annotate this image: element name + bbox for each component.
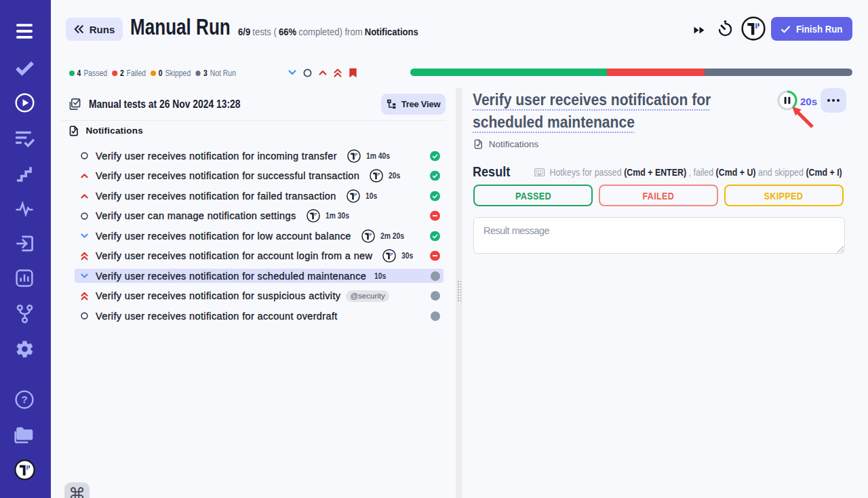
passed-button[interactable]: PASSED (473, 185, 593, 206)
svg-text:?: ? (21, 394, 27, 405)
fast-forward-icon[interactable] (694, 24, 705, 37)
test-row[interactable]: Verify user receives notification for su… (75, 286, 443, 307)
tree-view-button[interactable]: Tree View (381, 94, 446, 115)
priority-normal-icon (80, 212, 89, 220)
panel-resizer[interactable] (456, 88, 462, 498)
testomat-badge-icon (347, 149, 361, 163)
skipped-counter: 0Skipped (151, 68, 191, 78)
suite-title: Notifications (86, 126, 143, 136)
more-options-icon (832, 99, 835, 102)
projects-folder-icon[interactable] (0, 425, 49, 445)
skipped-dot (151, 71, 156, 76)
test-duration: 20s (389, 171, 400, 180)
test-title: Verify user receives notification for in… (96, 151, 337, 161)
failed-count: 2 (120, 68, 124, 78)
priority-normal-icon (80, 312, 89, 320)
testomat-logo[interactable] (0, 459, 49, 480)
plans-list-icon[interactable] (0, 130, 49, 149)
failed-button-label: FAILED (643, 190, 675, 202)
test-row[interactable]: Verify user receives notification for in… (75, 146, 443, 166)
priority-important-icon[interactable] (349, 68, 357, 77)
more-options-button[interactable] (821, 88, 846, 113)
progress-failed (607, 69, 705, 76)
test-row[interactable]: Verify user receives notification for sc… (75, 266, 443, 286)
priority-low-icon[interactable] (288, 68, 296, 77)
priority-low-icon (80, 233, 89, 239)
priority-highest-icon (80, 292, 89, 301)
hotkeys-cmd-button[interactable]: ⌘ (64, 482, 90, 498)
hotkeys-text: Hotkeys for passed (550, 167, 622, 178)
priority-normal-icon[interactable] (303, 68, 312, 77)
resizer-grip-icon (457, 280, 461, 302)
runs-play-icon[interactable] (0, 93, 49, 113)
test-duration: 2m 20s (380, 231, 404, 241)
test-list: Verify user receives notification for in… (75, 146, 443, 326)
test-title: Verify user receives notification for sc… (96, 271, 366, 282)
failed-button[interactable]: FAILED (599, 185, 718, 206)
passed-label: Passed (83, 68, 107, 78)
run-stats: 6/9 tests ( 66% completed) from Notifica… (238, 26, 418, 37)
tests-ratio: 6/9 (238, 26, 250, 37)
sidebar: ? (0, 0, 51, 498)
divider (61, 120, 446, 121)
test-title: Verify user receives notification for fa… (96, 191, 336, 202)
test-title: Verify user receives notification for ac… (96, 311, 338, 322)
test-row[interactable]: Verify user receives notification for lo… (75, 226, 443, 246)
priority-high-icon[interactable] (318, 68, 327, 77)
test-status-passed-icon (430, 151, 440, 161)
settings-gear-icon[interactable] (0, 339, 49, 359)
testomat-badge-icon (307, 209, 320, 223)
hotkeys-combo: (Cmd + I) (806, 167, 842, 178)
finish-run-button[interactable]: Finish Run (771, 17, 852, 41)
priority-low-icon (80, 273, 89, 279)
git-branch-icon[interactable] (0, 304, 49, 324)
testomat-logo-header[interactable] (741, 16, 766, 43)
stopwatch-icon[interactable] (717, 20, 734, 40)
progress-passed (410, 69, 607, 76)
suite-file-icon (69, 126, 79, 136)
notrun-label: Not Run (210, 68, 236, 78)
tree-icon (387, 99, 397, 109)
hotkeys-text: , failed (689, 167, 714, 178)
test-row[interactable]: Verify user receives notification for fa… (75, 186, 443, 206)
passed-count: 4 (77, 68, 81, 78)
test-status-notrun-icon (431, 291, 440, 301)
test-row[interactable]: Verify user receives notification for ac… (75, 246, 443, 267)
suite-header[interactable]: Notifications (69, 126, 143, 136)
result-message-input[interactable] (473, 217, 845, 254)
back-to-runs-button[interactable]: Runs (66, 18, 123, 41)
more-options-icon (837, 99, 840, 102)
chevron-double-left-icon (74, 24, 84, 34)
test-status-passed-icon (430, 171, 440, 181)
detail-breadcrumb[interactable]: Notifications (474, 139, 538, 149)
hotkeys-hint: Hotkeys for passed (Cmd + ENTER) , faile… (534, 167, 842, 178)
annotation-arrow (789, 104, 818, 134)
hotkeys-combo: (Cmd + U) (716, 167, 756, 178)
priority-highest-icon[interactable] (334, 68, 342, 77)
test-row[interactable]: Verify user receives notification for ac… (75, 306, 443, 326)
activity-pulse-icon[interactable] (0, 201, 49, 217)
reports-chart-icon[interactable] (0, 269, 49, 288)
breadcrumb-label: Notifications (489, 139, 539, 149)
tests-check-icon[interactable] (0, 60, 49, 76)
test-duration: 30s (401, 251, 413, 261)
test-row[interactable]: Verify user receives notification for su… (75, 166, 443, 187)
test-duration: 1m 30s (326, 211, 349, 221)
keyboard-icon (534, 168, 545, 177)
breadcrumb-file-icon (474, 139, 483, 149)
skipped-button[interactable]: SKIPPED (724, 185, 844, 206)
menu-icon[interactable] (0, 22, 49, 40)
test-title: Verify user receives notification for su… (96, 170, 359, 181)
hotkeys-combo: (Cmd + ENTER) (624, 167, 686, 178)
passed-dot (69, 71, 75, 76)
more-options-icon (827, 99, 830, 102)
test-row[interactable]: Verify user can manage notification sett… (75, 206, 443, 227)
help-question-icon[interactable]: ? (0, 390, 49, 409)
test-duration: 10s (366, 191, 377, 201)
test-status-notrun-icon (431, 311, 440, 321)
test-detail-title[interactable]: Verify user receives notification for sc… (473, 88, 714, 133)
test-status-notrun-icon (431, 271, 440, 281)
steps-icon[interactable] (0, 165, 49, 183)
pull-requests-icon[interactable] (0, 234, 49, 253)
run-title: Manual tests at 26 Nov 2024 13:28 (89, 98, 240, 111)
